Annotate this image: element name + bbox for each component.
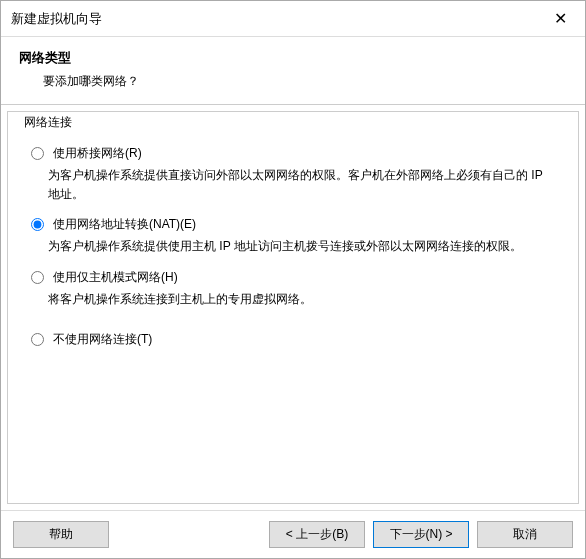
radio-bridged[interactable] [31, 147, 44, 160]
group-label: 网络连接 [20, 114, 76, 131]
option-none[interactable]: 不使用网络连接(T) [26, 331, 566, 348]
close-icon[interactable]: ✕ [548, 9, 573, 28]
page-title: 网络类型 [19, 49, 567, 67]
radio-hostonly[interactable] [31, 271, 44, 284]
cancel-button[interactable]: 取消 [477, 521, 573, 548]
option-hostonly[interactable]: 使用仅主机模式网络(H) [26, 269, 566, 286]
option-bridged-label[interactable]: 使用桥接网络(R) [53, 145, 142, 162]
back-button[interactable]: < 上一步(B) [269, 521, 365, 548]
radio-nat[interactable] [31, 218, 44, 231]
option-nat-desc: 为客户机操作系统提供使用主机 IP 地址访问主机拨号连接或外部以太网网络连接的权… [48, 237, 548, 256]
network-group: 网络连接 使用桥接网络(R) 为客户机操作系统提供直接访问外部以太网网络的权限。… [8, 112, 578, 360]
option-bridged-desc: 为客户机操作系统提供直接访问外部以太网网络的权限。客户机在外部网络上必须有自己的… [48, 166, 548, 204]
footer: 帮助 < 上一步(B) 下一步(N) > 取消 [1, 510, 585, 558]
option-nat-label[interactable]: 使用网络地址转换(NAT)(E) [53, 216, 196, 233]
window-title: 新建虚拟机向导 [11, 10, 102, 28]
option-nat[interactable]: 使用网络地址转换(NAT)(E) [26, 216, 566, 233]
option-bridged[interactable]: 使用桥接网络(R) [26, 145, 566, 162]
option-hostonly-label[interactable]: 使用仅主机模式网络(H) [53, 269, 178, 286]
option-hostonly-desc: 将客户机操作系统连接到主机上的专用虚拟网络。 [48, 290, 548, 309]
radio-none[interactable] [31, 333, 44, 346]
title-bar: 新建虚拟机向导 ✕ [1, 1, 585, 37]
next-button[interactable]: 下一步(N) > [373, 521, 469, 548]
content-area: 网络连接 使用桥接网络(R) 为客户机操作系统提供直接访问外部以太网网络的权限。… [7, 111, 579, 504]
wizard-header: 网络类型 要添加哪类网络？ [1, 37, 585, 105]
help-button[interactable]: 帮助 [13, 521, 109, 548]
option-none-label[interactable]: 不使用网络连接(T) [53, 331, 152, 348]
page-subtitle: 要添加哪类网络？ [43, 73, 567, 90]
